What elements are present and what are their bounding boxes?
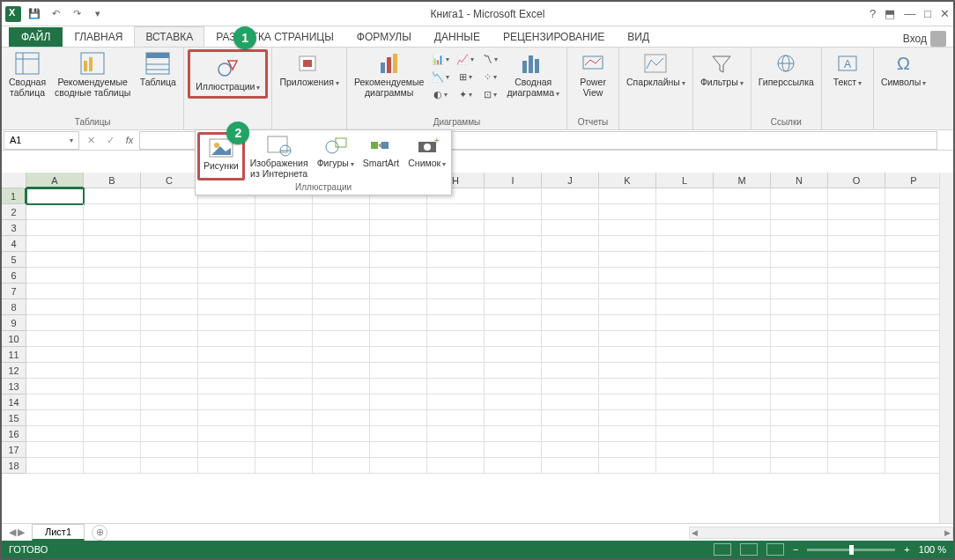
cell[interactable]	[542, 299, 599, 315]
cell[interactable]	[714, 268, 771, 284]
cell[interactable]	[141, 331, 198, 347]
cell[interactable]	[828, 394, 885, 410]
column-header-L[interactable]: L	[656, 173, 714, 188]
cell[interactable]	[255, 299, 313, 315]
cell[interactable]	[313, 410, 370, 426]
row-header-12[interactable]: 12	[2, 363, 26, 379]
enter-formula-icon[interactable]: ✓	[100, 135, 120, 146]
column-header-K[interactable]: K	[599, 173, 656, 188]
cell[interactable]	[542, 252, 599, 268]
cell[interactable]	[84, 236, 141, 252]
column-header-N[interactable]: N	[771, 173, 828, 188]
cell[interactable]	[84, 220, 141, 236]
cell[interactable]	[141, 315, 198, 331]
sign-in[interactable]: Вход	[903, 31, 946, 47]
cell[interactable]	[26, 363, 84, 379]
pie-chart-icon[interactable]: ◐▾	[431, 86, 450, 102]
cell[interactable]	[26, 410, 84, 426]
cell[interactable]	[84, 188, 141, 204]
close-icon[interactable]: ✕	[940, 7, 950, 20]
cell[interactable]	[370, 426, 427, 442]
cell[interactable]	[141, 442, 198, 458]
cell[interactable]	[656, 442, 714, 458]
tab-page-layout[interactable]: РАЗМЕТКА СТРАНИЦЫ 1	[204, 26, 345, 47]
cell[interactable]	[714, 410, 771, 426]
cell[interactable]	[313, 347, 370, 363]
cell[interactable]	[885, 331, 943, 347]
row-header-10[interactable]: 10	[2, 331, 26, 347]
redo-icon[interactable]: ↷	[69, 6, 85, 22]
cell[interactable]	[370, 347, 427, 363]
cell[interactable]	[313, 252, 370, 268]
cell[interactable]	[771, 426, 828, 442]
cell[interactable]	[255, 426, 313, 442]
cell[interactable]	[828, 188, 885, 204]
cell[interactable]	[485, 315, 542, 331]
cell[interactable]	[714, 220, 771, 236]
cell[interactable]	[427, 410, 485, 426]
cell[interactable]	[485, 347, 542, 363]
cell[interactable]	[313, 379, 370, 394]
cell[interactable]	[26, 458, 84, 474]
cell[interactable]	[313, 363, 370, 379]
cell[interactable]	[26, 188, 84, 204]
cell[interactable]	[84, 363, 141, 379]
maximize-icon[interactable]: □	[924, 7, 931, 20]
cell[interactable]	[542, 236, 599, 252]
cell[interactable]	[885, 426, 943, 442]
cell[interactable]	[84, 458, 141, 474]
page-break-view-icon[interactable]	[766, 543, 784, 556]
cell[interactable]	[370, 299, 427, 315]
zoom-level[interactable]: 100 %	[919, 544, 946, 555]
symbols-button[interactable]: Ω Символы▾	[877, 49, 929, 90]
cell[interactable]	[485, 299, 542, 315]
cell[interactable]	[427, 252, 485, 268]
cell[interactable]	[599, 458, 656, 474]
sheet-next-icon[interactable]: ▶	[18, 527, 25, 538]
recommended-charts-button[interactable]: Рекомендуемые диаграммы	[351, 49, 428, 99]
cell[interactable]	[828, 268, 885, 284]
tab-insert[interactable]: ВСТАВКА	[134, 26, 204, 47]
save-icon[interactable]: 💾	[26, 6, 42, 22]
cell[interactable]	[26, 204, 84, 220]
cell[interactable]	[141, 410, 198, 426]
smartart-button[interactable]: SmartArt	[359, 132, 403, 181]
new-sheet-button[interactable]: ⊕	[92, 525, 107, 541]
cell[interactable]	[656, 458, 714, 474]
cell[interactable]	[255, 204, 313, 220]
tab-formulas[interactable]: ФОРМУЛЫ	[345, 26, 423, 47]
cell[interactable]	[542, 394, 599, 410]
cell[interactable]	[599, 331, 656, 347]
cell[interactable]	[84, 442, 141, 458]
cell[interactable]	[427, 284, 485, 299]
cell[interactable]	[313, 331, 370, 347]
cell[interactable]	[427, 394, 485, 410]
tab-data[interactable]: ДАННЫЕ	[423, 26, 492, 47]
cell[interactable]	[141, 188, 198, 204]
cell[interactable]	[542, 426, 599, 442]
cell[interactable]	[255, 268, 313, 284]
cell[interactable]	[370, 315, 427, 331]
cell[interactable]	[714, 379, 771, 394]
cell[interactable]	[26, 394, 84, 410]
cell[interactable]	[771, 252, 828, 268]
cell[interactable]	[656, 426, 714, 442]
cell[interactable]	[828, 347, 885, 363]
cell[interactable]	[427, 236, 485, 252]
cell[interactable]	[828, 299, 885, 315]
cell[interactable]	[485, 363, 542, 379]
cell[interactable]	[370, 379, 427, 394]
cell[interactable]	[771, 442, 828, 458]
cell[interactable]	[542, 442, 599, 458]
cell[interactable]	[198, 426, 255, 442]
cell[interactable]	[885, 204, 943, 220]
column-header-I[interactable]: I	[485, 173, 542, 188]
cell[interactable]	[255, 363, 313, 379]
cell[interactable]	[885, 442, 943, 458]
cell[interactable]	[828, 426, 885, 442]
cell[interactable]	[714, 426, 771, 442]
horizontal-scrollbar[interactable]: ◀ ▶	[689, 527, 953, 539]
cell[interactable]	[828, 204, 885, 220]
cell[interactable]	[198, 284, 255, 299]
online-pictures-button[interactable]: Изображения из Интернета	[247, 132, 312, 181]
